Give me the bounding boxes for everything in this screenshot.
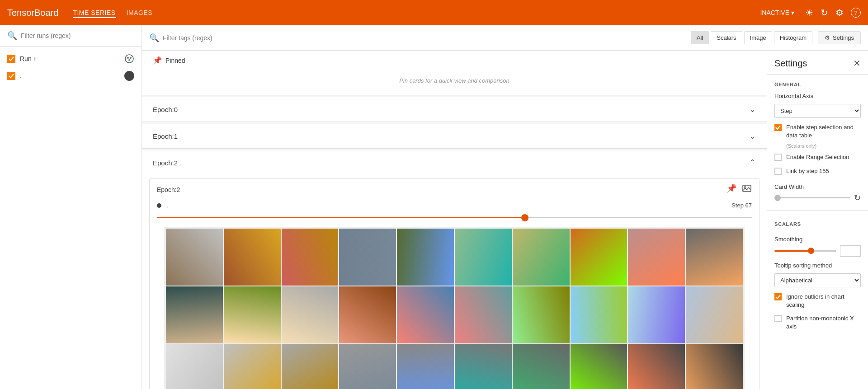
- image-cell: [686, 286, 743, 343]
- epoch-section-0: Epoch:0 ⌄: [142, 97, 767, 122]
- image-cell: [513, 286, 570, 343]
- link-by-step-checkbox[interactable]: [774, 168, 782, 175]
- sidebar-search-input[interactable]: [21, 32, 134, 39]
- scroll-area: 📌 Pinned Pin cards for a quick view and …: [142, 51, 868, 389]
- close-settings-button[interactable]: ✕: [853, 58, 861, 69]
- image-cell: [339, 229, 396, 286]
- run-checkbox-0[interactable]: [7, 55, 15, 63]
- image-expand-icon[interactable]: [742, 183, 752, 196]
- status-dropdown-icon[interactable]: ▾: [791, 9, 794, 16]
- partition-non-monotonic-checkbox[interactable]: [774, 315, 782, 322]
- pinned-section: 📌 Pinned Pin cards for a quick view and …: [142, 51, 767, 95]
- scalars-section-title: SCALARS: [767, 214, 868, 230]
- help-icon[interactable]: ?: [851, 8, 861, 18]
- epoch-header-2[interactable]: Epoch:2 ⌃: [142, 150, 767, 175]
- run-label-0: Run ↑: [20, 55, 120, 62]
- nav-images[interactable]: IMAGES: [127, 7, 152, 18]
- chevron-up-icon-2: ⌃: [749, 158, 756, 168]
- enable-range-selection-checkbox[interactable]: [774, 154, 782, 161]
- filter-bar: 🔍 All Scalars Image Histogram ⚙ Settings: [142, 25, 868, 51]
- refresh-icon[interactable]: ↻: [821, 7, 828, 18]
- image-cell: [397, 229, 454, 286]
- status-text: INACTIVE: [760, 9, 789, 16]
- main-content: 📌 Pinned Pin cards for a quick view and …: [142, 51, 767, 389]
- card-width-label: Card Width: [767, 178, 868, 193]
- sidebar-search-container: 🔍: [0, 25, 142, 47]
- ignore-outliers-row: Ignore outliers in chart scaling: [767, 290, 868, 312]
- sidebar-run-item-0[interactable]: Run ↑: [0, 50, 142, 67]
- tooltip-sorting-select[interactable]: Alphabetical Descending Ascending Neares…: [774, 273, 861, 287]
- filter-tags-input[interactable]: [163, 34, 685, 42]
- card-step-label: Step 67: [731, 202, 752, 209]
- epoch-header-0[interactable]: Epoch:0 ⌄: [142, 97, 767, 122]
- run-color-0[interactable]: [124, 54, 134, 64]
- nav-time-series[interactable]: TIME SERIES: [73, 7, 115, 18]
- image-cell: [513, 229, 570, 286]
- horizontal-axis-select[interactable]: Step Relative Wall: [774, 104, 861, 118]
- image-grid-wrapper: [150, 227, 759, 389]
- check-icon: [775, 125, 781, 130]
- chevron-down-icon-0: ⌄: [749, 104, 756, 114]
- link-by-step-label: Link by step 155: [786, 167, 829, 175]
- card-width-slider-row: ↻: [767, 193, 868, 206]
- run-color-1[interactable]: [124, 71, 134, 81]
- card-width-slider[interactable]: [774, 197, 850, 198]
- image-cell: [628, 286, 685, 343]
- image-cell: [628, 229, 685, 286]
- pin-icon: 📌: [153, 56, 162, 65]
- image-cell: [455, 344, 512, 389]
- svg-point-0: [125, 55, 133, 63]
- image-cell: [224, 286, 281, 343]
- ignore-outliers-checkbox[interactable]: [774, 293, 782, 300]
- tab-histogram[interactable]: Histogram: [774, 31, 812, 44]
- settings-panel-title: Settings: [774, 58, 807, 69]
- tab-scalars[interactable]: Scalars: [711, 31, 742, 44]
- pin-card-icon[interactable]: 📌: [726, 183, 736, 196]
- enable-step-selection-checkbox[interactable]: [774, 124, 782, 131]
- image-cell: [513, 344, 570, 389]
- smoothing-slider[interactable]: [774, 250, 836, 252]
- filter-search-container: 🔍: [149, 33, 685, 43]
- brightness-icon[interactable]: ☀: [805, 7, 813, 18]
- ignore-outliers-label: Ignore outliers in chart scaling: [786, 293, 861, 309]
- tab-image[interactable]: Image: [744, 31, 772, 44]
- settings-gear-icon: ⚙: [825, 34, 830, 41]
- svg-point-1: [127, 57, 129, 59]
- sidebar-runs-list: Run ↑ .: [0, 47, 142, 88]
- settings-panel-header: Settings ✕: [767, 51, 868, 75]
- smoothing-value-input[interactable]: 0.6: [840, 245, 861, 257]
- sidebar-run-item-1[interactable]: .: [0, 67, 142, 84]
- image-cell: [397, 286, 454, 343]
- app-logo: TensorBoard: [7, 8, 58, 18]
- image-cell: [282, 286, 339, 343]
- image-cell: [686, 344, 743, 389]
- image-cell: [397, 344, 454, 389]
- check-icon-2: [775, 294, 781, 300]
- step-slider[interactable]: [157, 217, 752, 218]
- card-run-label: .: [167, 202, 169, 209]
- tab-all[interactable]: All: [691, 31, 709, 44]
- palette-icon: [124, 54, 134, 64]
- topnav-icons: ☀ ↻ ⚙ ?: [805, 7, 861, 18]
- card-icons: 📌: [726, 183, 752, 196]
- settings-icon[interactable]: ⚙: [835, 7, 844, 18]
- tooltip-sorting-label: Tooltip sorting method: [767, 260, 868, 271]
- image-cell: [166, 344, 223, 389]
- card-width-reset-icon[interactable]: ↻: [854, 193, 861, 203]
- enable-step-selection-label: Enable step selection and data table: [786, 123, 861, 140]
- epoch-header-1[interactable]: Epoch:1 ⌄: [142, 124, 767, 148]
- settings-panel: Settings ✕ GENERAL Horizontal Axis Step …: [767, 51, 868, 389]
- settings-button[interactable]: ⚙ Settings: [818, 31, 861, 44]
- general-section-title: GENERAL: [767, 75, 868, 91]
- run-checkbox-1[interactable]: [7, 72, 15, 80]
- checkmark-icon-1: [8, 73, 14, 79]
- epoch-label-0: Epoch:0: [153, 106, 178, 113]
- smoothing-label: Smoothing: [767, 230, 868, 245]
- checkmark-icon-0: [8, 56, 14, 62]
- divider-1: [767, 210, 868, 211]
- image-cell: [628, 344, 685, 389]
- epoch-card-header: Epoch:2 📌: [150, 179, 759, 200]
- pinned-placeholder: Pin cards for a quick view and compariso…: [142, 70, 767, 95]
- partition-non-monotonic-row: Partition non-monotonic X axis: [767, 312, 868, 333]
- settings-btn-label: Settings: [833, 34, 854, 41]
